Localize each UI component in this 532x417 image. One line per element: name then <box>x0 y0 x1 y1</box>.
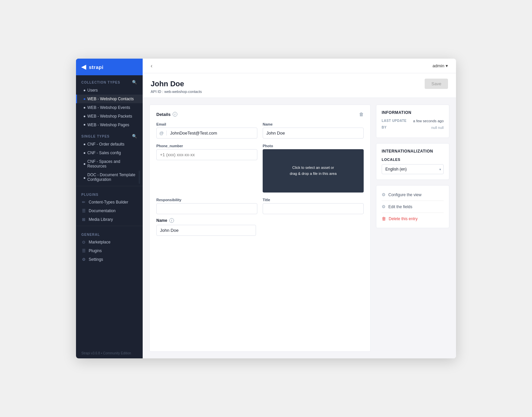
topbar-right: admin ▾ <box>433 63 448 68</box>
sidebar-dot-active <box>84 98 85 100</box>
email-input[interactable] <box>167 128 257 138</box>
details-info-icon: i <box>173 112 177 117</box>
internationalization-card: Internationalization Locales English (en… <box>376 143 449 180</box>
sidebar-item-doc-template[interactable]: DOC - Document Template Configuration <box>76 171 143 184</box>
sidebar-item-webshop-contacts[interactable]: WEB - Webshop Contacts <box>76 95 143 103</box>
sidebar-footer: Strapi v3.6.8 • Community Edition <box>76 348 143 358</box>
sidebar-divider-2 <box>76 226 143 226</box>
settings-icon: ⚙ <box>81 257 86 262</box>
title-input[interactable] <box>263 203 364 214</box>
sidebar-dot <box>84 144 85 145</box>
photo-dropzone[interactable]: Click to select an asset or drag & drop … <box>263 149 364 193</box>
trash-icon: 🗑 <box>359 112 364 117</box>
last-update-label: Last Update <box>382 119 407 123</box>
edit-fields-link[interactable]: ⚙ Edit the fields <box>382 203 444 210</box>
sidebar-dot <box>84 177 85 179</box>
documentation-icon: ☰ <box>81 209 86 213</box>
responsibility-field-group: Responsibility <box>156 198 257 214</box>
page-header: John Doe Save API ID : web-webshop-conta… <box>143 73 456 98</box>
topbar: ‹ admin ▾ <box>143 59 456 73</box>
locale-select[interactable]: English (en) <box>382 164 444 174</box>
form-panel: Details i 🗑 Email @ <box>149 105 371 352</box>
save-button[interactable]: Save <box>425 79 448 89</box>
photo-label: Photo <box>263 144 364 148</box>
responsibility-label: Responsibility <box>156 198 257 202</box>
sidebar-item-documentation[interactable]: ☰ Documentation <box>76 207 143 215</box>
last-update-row: Last Update a few seconds ago <box>382 119 444 123</box>
page-title: John Doe <box>151 80 184 88</box>
single-types-header: Single Types 🔍 <box>76 129 143 140</box>
marketplace-icon: ⊙ <box>81 240 86 244</box>
email-at-symbol: @ <box>157 131 167 136</box>
scroll-indicator <box>139 171 140 184</box>
info-panel: Information Last Update a few seconds ag… <box>376 105 449 352</box>
sidebar-item-settings[interactable]: ⚙ Settings <box>76 255 143 264</box>
page-title-row: John Doe Save <box>151 79 448 89</box>
sidebar-item-webshop-events[interactable]: WEB - Webshop Events <box>76 103 143 112</box>
information-title: Information <box>382 110 444 115</box>
sidebar-dot <box>84 152 85 154</box>
admin-menu[interactable]: admin ▾ <box>433 63 448 68</box>
configure-view-icon: ⚙ <box>382 192 386 197</box>
delete-icon-button[interactable]: 🗑 <box>359 112 364 117</box>
action-divider <box>382 201 444 201</box>
sidebar-dot <box>84 90 85 91</box>
main-content: ‹ admin ▾ John Doe Save API ID : web-web… <box>143 59 456 358</box>
collection-search-icon[interactable]: 🔍 <box>132 80 137 85</box>
sidebar: ◀ strapi Collection Types 🔍 Users WEB - … <box>76 59 143 358</box>
sidebar-item-media-library[interactable]: ⊞ Media Library <box>76 215 143 224</box>
action-divider-2 <box>382 212 444 213</box>
phone-label: Phone_number <box>156 144 257 148</box>
collection-types-header: Collection Types 🔍 <box>76 75 143 86</box>
back-button[interactable]: ‹ <box>151 63 152 69</box>
single-search-icon[interactable]: 🔍 <box>132 134 137 139</box>
phone-input[interactable] <box>156 149 257 160</box>
locale-select-wrapper: English (en) ▾ <box>382 164 444 174</box>
by-row: By null null <box>382 126 444 130</box>
sidebar-dot <box>84 124 85 126</box>
responsibility-input[interactable] <box>156 203 257 214</box>
sidebar-logo: ◀ strapi <box>76 59 143 75</box>
content-area: Details i 🗑 Email @ <box>143 98 456 358</box>
sidebar-item-webshop-packets[interactable]: WEB - Webshop Packets <box>76 112 143 121</box>
name2-input[interactable] <box>156 225 256 236</box>
title-field-group: Title <box>263 198 364 214</box>
chevron-down-icon: ▾ <box>446 63 448 68</box>
sidebar-item-plugins[interactable]: ☰ Plugins <box>76 246 143 255</box>
edit-fields-icon: ⚙ <box>382 204 386 209</box>
form-grid: Email @ Name Phone_number <box>156 122 364 214</box>
photo-field-group: Photo Click to select an asset or drag &… <box>263 144 364 193</box>
actions-card: ⚙ Configure the view ⚙ Edit the fields 🗑… <box>376 185 449 228</box>
api-id: API ID : web-webshop-contacts <box>151 90 448 98</box>
sidebar-divider-1 <box>76 186 143 186</box>
sidebar-item-order-defaults[interactable]: CNF - Order defaults <box>76 140 143 149</box>
delete-entry-icon: 🗑 <box>382 216 386 221</box>
sidebar-item-users[interactable]: Users <box>76 86 143 95</box>
strapi-logo-icon: ◀ <box>81 63 86 71</box>
app-window: ◀ strapi Collection Types 🔍 Users WEB - … <box>76 59 456 358</box>
last-update-value: a few seconds ago <box>413 119 444 123</box>
general-header: General <box>76 228 143 238</box>
sidebar-dot <box>84 116 85 117</box>
phone-field-group: Phone_number <box>156 144 257 193</box>
email-field-group: Email @ <box>156 122 257 139</box>
sidebar-item-webshop-pages[interactable]: WEB - Webshop Pages <box>76 121 143 129</box>
email-input-wrapper: @ <box>156 128 257 139</box>
name-input[interactable] <box>263 128 364 139</box>
name2-info-icon: i <box>169 218 174 223</box>
information-card: Information Last Update a few seconds ag… <box>376 105 449 138</box>
panel-title: Details i <box>156 112 177 117</box>
delete-entry-link[interactable]: 🗑 Delete this entry <box>382 215 444 222</box>
plugins-header: Plugins <box>76 188 143 198</box>
sidebar-item-content-types-builder[interactable]: ✏ Content-Types Builder <box>76 198 143 207</box>
by-label: By <box>382 126 387 130</box>
topbar-left: ‹ <box>151 63 152 69</box>
sidebar-item-marketplace[interactable]: ⊙ Marketplace <box>76 238 143 246</box>
configure-view-link[interactable]: ⚙ Configure the view <box>382 191 444 199</box>
sidebar-item-spaces-resources[interactable]: CNF - Spaces and Resources <box>76 157 143 171</box>
media-library-icon: ⊞ <box>81 217 86 222</box>
sidebar-dot <box>84 107 85 109</box>
name2-field-group: Name i <box>156 218 364 236</box>
name2-label: Name i <box>156 218 364 223</box>
sidebar-item-sales-config[interactable]: CNF - Sales config <box>76 149 143 157</box>
